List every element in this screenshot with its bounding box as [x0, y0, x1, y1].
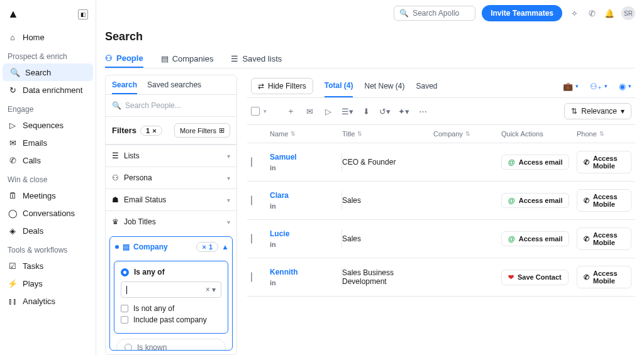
chevron-down-icon: ▾	[212, 285, 216, 294]
row-checkbox[interactable]	[251, 157, 252, 167]
eye-icon: ◉	[619, 82, 626, 91]
search-people-input[interactable]: 🔍Search People...	[106, 95, 236, 117]
quick-action-button[interactable]: @Access email	[501, 193, 569, 208]
chevron-down-icon: ▾	[227, 175, 230, 182]
avatar[interactable]: SR	[621, 6, 635, 20]
global-search-placeholder: Search Apollo	[413, 9, 459, 18]
row-checkbox[interactable]	[251, 234, 252, 244]
option-is-known[interactable]: Is known	[116, 339, 226, 351]
company-input[interactable]: × ▾	[121, 281, 221, 298]
person-name-link[interactable]: Lucie	[270, 229, 289, 238]
ai-icon[interactable]: ✦▾	[396, 104, 411, 119]
phone-icon: ✆	[584, 158, 589, 167]
sidebar: ▲ ◧ ⌂Home Prospect & enrich 🔍Search ↻Dat…	[0, 0, 96, 355]
inner-tab-search[interactable]: Search	[112, 80, 137, 94]
global-search-input[interactable]: 🔍Search Apollo	[394, 6, 475, 21]
nav-meetings[interactable]: 🗓Meetings	[0, 187, 96, 204]
person-name-link[interactable]: Kennith	[270, 268, 298, 276]
chevron-down-icon[interactable]: ▾	[264, 108, 267, 114]
col-name[interactable]: Name⇅	[270, 130, 342, 138]
linkedin-icon[interactable]: in	[270, 202, 341, 210]
action-icon: ❤	[508, 273, 514, 281]
nav-analytics-label: Analytics	[23, 297, 55, 306]
access-mobile-button[interactable]: ✆Access Mobile	[577, 227, 631, 250]
plus-icon[interactable]: ＋	[283, 104, 298, 119]
nav-deals[interactable]: ◈Deals	[0, 222, 96, 239]
bell-icon[interactable]: 🔔	[604, 8, 615, 19]
nav-deals-label: Deals	[23, 226, 43, 236]
nav-home[interactable]: ⌂Home	[0, 28, 96, 46]
person-name-link[interactable]: Clara	[270, 191, 289, 200]
nav-plays[interactable]: ⚡Plays	[0, 275, 96, 292]
filter-email-status[interactable]: ☗Email Status▾	[106, 188, 236, 210]
filter-lists[interactable]: ☰Lists▾	[106, 145, 236, 167]
nav-sequences[interactable]: ▷Sequences	[0, 116, 96, 134]
rtab-net-new[interactable]: Net New (4)	[364, 75, 404, 97]
results-panel: ⇄Hide Filters Total (4) Net New (4) Save…	[247, 75, 635, 355]
col-quick-actions: Quick Actions	[501, 130, 577, 138]
chat-icon: ◯	[8, 208, 18, 218]
col-phone[interactable]: Phone⇅	[577, 130, 631, 138]
linkedin-icon[interactable]: in	[270, 241, 341, 248]
radio-selected-icon[interactable]	[121, 268, 129, 276]
phone-top-icon[interactable]: ✆	[586, 8, 597, 19]
nav-tasks[interactable]: ☑Tasks	[0, 257, 96, 275]
rocket-icon[interactable]: ✧	[569, 8, 580, 19]
more-filters-button[interactable]: More Filters⊞	[174, 123, 230, 138]
tab-saved-lists[interactable]: ☰Saved lists	[231, 50, 282, 68]
download-icon[interactable]: ⬇	[358, 104, 374, 119]
checkbox-include-past[interactable]: Include past company	[121, 315, 221, 324]
row-checkbox[interactable]	[251, 195, 252, 205]
row-checkbox[interactable]	[251, 272, 252, 282]
chart-icon: ⫿⫿	[8, 296, 18, 306]
rtab-saved[interactable]: Saved	[416, 75, 437, 97]
tab-people-label: People	[116, 53, 143, 63]
filter-persona[interactable]: ⚇Persona▾	[106, 167, 236, 188]
nav-calls[interactable]: ✆Calls	[0, 151, 96, 169]
action-add-person[interactable]: ⚇₊▾	[590, 82, 608, 91]
tab-people[interactable]: ⚇People	[105, 50, 143, 68]
inner-tab-saved-searches[interactable]: Saved searches	[147, 80, 201, 94]
nav-enrich-label: Data enrichment	[23, 85, 82, 95]
person-name-link[interactable]: Samuel	[270, 153, 297, 161]
linkedin-icon[interactable]: in	[270, 279, 341, 287]
col-title[interactable]: Title⇅	[342, 130, 433, 138]
checkbox-not-any-of[interactable]: Is not any of	[121, 304, 221, 313]
linkedin-icon[interactable]: in	[270, 164, 341, 172]
hide-filters-button[interactable]: ⇄Hide Filters	[251, 78, 313, 94]
quick-action-button[interactable]: @Access email	[501, 155, 569, 170]
nav-search[interactable]: 🔍Search	[3, 63, 93, 81]
sidebar-collapse-icon[interactable]: ◧	[78, 9, 88, 19]
action-briefcase[interactable]: 💼▾	[563, 82, 579, 91]
sync-icon[interactable]: ↺▾	[377, 104, 392, 119]
col-company[interactable]: Company⇅	[433, 130, 501, 138]
topbar: 🔍Search Apollo Invite Teammates ✧ ✆ 🔔 SR	[96, 0, 644, 26]
clear-filter-icon[interactable]: ×	[152, 127, 156, 134]
quick-action-button[interactable]: ❤Save Contact	[501, 270, 569, 285]
clear-icon[interactable]: ×	[206, 285, 210, 294]
filter-company-header[interactable]: ▤Company × 1▴	[110, 237, 232, 257]
invite-teammates-button[interactable]: Invite Teammates	[482, 5, 562, 21]
send-icon[interactable]: ▷	[321, 104, 336, 119]
access-mobile-button[interactable]: ✆Access Mobile	[577, 189, 631, 212]
access-mobile-button[interactable]: ✆Access Mobile	[577, 151, 631, 173]
nav-conversations[interactable]: ◯Conversations	[0, 204, 96, 222]
quick-action-button[interactable]: @Access email	[501, 231, 569, 246]
nav-emails[interactable]: ✉Emails	[0, 134, 96, 151]
nav-analytics[interactable]: ⫿⫿Analytics	[0, 292, 96, 310]
filter-job-titles[interactable]: ♛Job Titles▾	[106, 210, 236, 232]
job-icon: ♛	[112, 217, 119, 226]
mail-icon[interactable]: ✉	[302, 104, 317, 119]
relevance-dropdown[interactable]: ⇅Relevance▾	[564, 103, 631, 119]
rtab-total[interactable]: Total (4)	[325, 75, 353, 97]
more-icon[interactable]: ⋯	[415, 104, 430, 119]
company-count-badge[interactable]: × 1	[196, 242, 218, 252]
tab-companies[interactable]: ▤Companies	[161, 50, 214, 68]
phone-icon: ✆	[584, 235, 589, 243]
nav-data-enrichment[interactable]: ↻Data enrichment	[0, 81, 96, 99]
filters-count-badge[interactable]: 1×	[140, 126, 162, 136]
action-eye[interactable]: ◉▾	[619, 82, 631, 91]
select-all-checkbox[interactable]	[251, 107, 260, 116]
dropdown-icon[interactable]: ☰▾	[340, 104, 355, 119]
access-mobile-button[interactable]: ✆Access Mobile	[577, 266, 631, 288]
